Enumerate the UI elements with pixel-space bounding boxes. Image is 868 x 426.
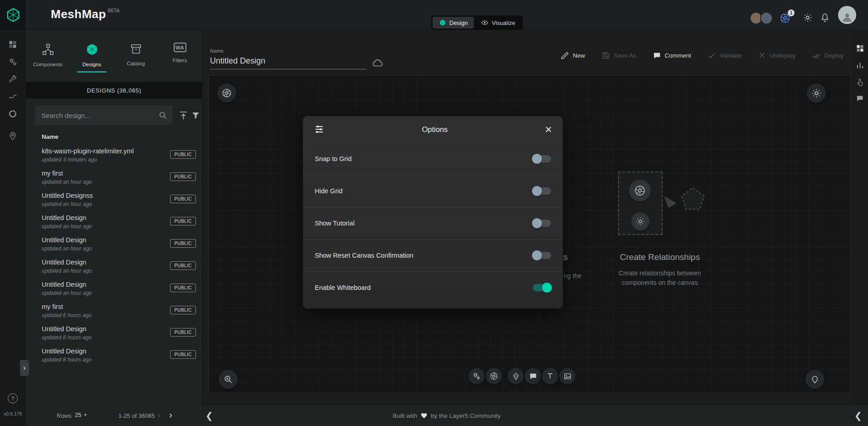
design-updated: updated an hour ago (42, 268, 92, 274)
gear-icon (803, 13, 813, 23)
hint-component-node (629, 180, 651, 201)
visibility-badge: PUBLIC (170, 328, 196, 337)
design-updated: updated 3 minutes ago (42, 157, 97, 163)
search-icon[interactable] (158, 111, 167, 120)
search-design-input[interactable] (35, 105, 173, 125)
strip-gesture-button[interactable] (854, 77, 865, 88)
visualize-mode-label: Visualize (492, 20, 515, 26)
user-avatar-button[interactable] (838, 6, 856, 24)
option-row: Hide Grid (303, 175, 563, 207)
design-list-item[interactable]: k8s-wasm-plugin-ratelimiter.yml updated … (26, 144, 202, 166)
settings-button[interactable] (803, 13, 813, 23)
design-mode-button[interactable]: Design (433, 17, 474, 29)
new-button[interactable]: New (561, 51, 585, 60)
check-icon (707, 51, 716, 60)
design-name-input[interactable] (210, 55, 366, 69)
dock-comment-tool[interactable] (525, 368, 541, 384)
chevron-left-icon: ❮ (205, 411, 213, 421)
design-updated: updated an hour ago (42, 179, 92, 185)
nav-dashboard[interactable] (4, 37, 22, 52)
hide-grid-toggle[interactable] (533, 187, 551, 195)
dashboard-icon (8, 40, 17, 49)
design-list-item[interactable]: Untitled Design updated 8 hours ago PUBL… (26, 344, 202, 367)
help-button[interactable]: ? (4, 391, 22, 406)
person-icon (840, 10, 854, 24)
notifications-button[interactable] (820, 13, 830, 23)
rows-per-page-select[interactable]: 25 ▾ (75, 411, 87, 418)
nav-lifecycle[interactable] (4, 54, 22, 69)
show-tutorial-toggle[interactable] (533, 220, 551, 227)
tab-components[interactable]: Components (26, 30, 70, 75)
dock-mesh-tool[interactable] (468, 368, 485, 384)
previous-page-button[interactable]: ‹ (157, 410, 161, 419)
meshmap-app: MeshMap BETA Design Visualize 1 (0, 0, 868, 426)
next-page-button[interactable]: › (169, 410, 172, 419)
design-list-item[interactable]: Untitled Design updated an hour ago PUBL… (26, 278, 202, 300)
upload-icon (178, 110, 189, 121)
expand-right-panel-chevron[interactable]: ❮ (854, 410, 862, 421)
dock-media-tool[interactable] (559, 368, 575, 384)
nav-performance[interactable] (4, 89, 22, 103)
rail-expander-chevron[interactable]: › (20, 360, 29, 376)
tab-filters[interactable]: WA Filters (158, 30, 202, 75)
undeploy-button[interactable]: Undeploy (758, 51, 795, 59)
validate-button[interactable]: Validate (707, 51, 741, 60)
wasm-filters-icon: WA (174, 43, 186, 52)
design-name: Untitled Design (42, 259, 86, 266)
layer5-logo[interactable] (0, 0, 26, 30)
nav-environment[interactable] (4, 129, 22, 143)
strip-components-button[interactable] (854, 43, 865, 54)
design-list-item[interactable]: Untitled Design updated 8 hours ago PUBL… (26, 322, 202, 344)
dock-text-tool[interactable] (542, 368, 558, 384)
zoom-button[interactable] (219, 370, 238, 389)
design-list-item[interactable]: Untitled Design updated an hour ago PUBL… (26, 233, 202, 255)
cluster-count-badge: 1 (788, 10, 795, 16)
visualize-mode-button[interactable]: Visualize (475, 17, 522, 29)
drop-icon (810, 374, 820, 384)
canvas-kubernetes-button[interactable] (217, 83, 236, 103)
enable-whiteboard-toggle[interactable] (533, 284, 551, 291)
collapse-left-panel-chevron[interactable]: ❮ (205, 410, 213, 421)
save-as-button[interactable]: Save As (601, 51, 636, 60)
collaborator-avatar[interactable] (760, 12, 773, 24)
designs-count-header: DESIGNS (36,065) (26, 82, 202, 98)
chevron-right-icon: › (23, 364, 25, 372)
dock-kubernetes-tool[interactable] (486, 368, 502, 384)
option-label: Show Tutorial (315, 220, 355, 227)
design-name: Untitled Design (42, 214, 86, 221)
reset-canvas-confirmation-toggle[interactable] (533, 252, 551, 259)
canvas-options-button[interactable] (807, 83, 826, 103)
design-updated: updated an hour ago (42, 223, 92, 230)
filter-designs-button[interactable] (191, 111, 200, 120)
options-modal-title: Options (325, 125, 545, 134)
snap-to-grid-toggle[interactable] (533, 155, 551, 162)
dock-draw-tool[interactable] (507, 368, 524, 384)
close-options-button[interactable]: × (545, 123, 552, 135)
pen-nib-icon (512, 372, 520, 381)
visibility-badge: PUBLIC (170, 150, 196, 159)
strip-comments-button[interactable] (854, 93, 865, 104)
strip-metrics-button[interactable] (854, 60, 865, 71)
design-list-item[interactable]: my first updated 6 hours ago PUBLIC (26, 300, 202, 322)
design-list-item[interactable]: Untitled Designss updated an hour ago PU… (26, 189, 202, 211)
design-list-item[interactable]: Untitled Design updated an hour ago PUBL… (26, 255, 202, 278)
design-list-item[interactable]: my first updated an hour ago PUBLIC (26, 166, 202, 189)
comment-icon (856, 94, 864, 103)
nav-configuration[interactable] (4, 72, 22, 86)
tab-catalog[interactable]: Catalog (114, 30, 158, 75)
deploy-button[interactable]: Deploy (812, 51, 844, 60)
nav-extensions[interactable] (4, 107, 22, 121)
zoom-in-icon (223, 374, 233, 384)
tab-designs[interactable]: Designs (70, 30, 114, 75)
toggle-knob (532, 186, 542, 196)
design-name: Untitled Design (42, 281, 86, 288)
import-design-button[interactable] (178, 110, 189, 121)
pagination-range: 1-25 of 36065 (118, 412, 155, 419)
canvas-fly-button[interactable] (805, 370, 824, 389)
hint-component-node (631, 212, 649, 230)
close-icon: × (545, 122, 552, 136)
heart-icon (420, 412, 428, 419)
design-list-item[interactable]: Untitled Design updated an hour ago PUBL… (26, 211, 202, 233)
design-name: Untitled Design (42, 348, 86, 355)
comment-button[interactable]: Comment (653, 51, 692, 60)
